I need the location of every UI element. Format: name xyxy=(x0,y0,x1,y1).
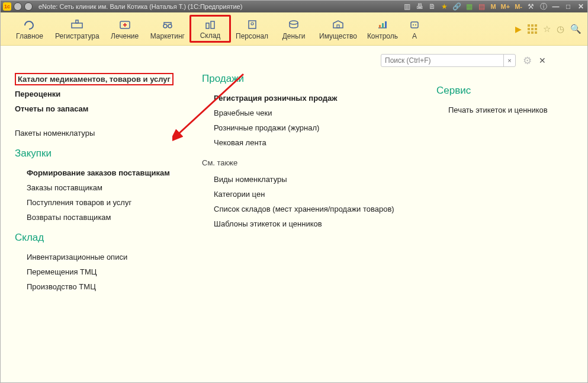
group-see-also: См. также xyxy=(202,158,427,167)
nav-item-goods-production[interactable]: Производство ТМЦ xyxy=(15,280,192,293)
section-label: Персонал xyxy=(236,32,268,40)
nav-item-nomenclature-types[interactable]: Виды номенклатуры xyxy=(202,173,427,186)
link-icon[interactable]: 🔗 xyxy=(452,2,461,11)
svg-rect-1 xyxy=(76,20,78,23)
nav-item-supplier-returns[interactable]: Возвраты поставщикам xyxy=(15,211,192,224)
section-label: Маркетинг xyxy=(150,32,185,40)
section-more[interactable]: А xyxy=(403,15,421,43)
doc-icon[interactable]: 🗎 xyxy=(428,2,436,11)
section-label: Контроль xyxy=(367,32,398,40)
app-icon: 1c xyxy=(3,2,11,11)
assets-icon xyxy=(331,18,345,31)
svg-rect-0 xyxy=(72,23,82,28)
titlebar-tools: ▥ 🖶 🗎 ★ 🔗 ▦ ▤ M M+ M- ⚒ ⓘ — □ ✕ xyxy=(403,2,585,11)
nav-item-warehouse-list[interactable]: Список складов (мест хранения/продажи то… xyxy=(202,203,427,215)
toolbar-right: ▶ ☆ ◷ 🔍 xyxy=(515,15,581,43)
marketing-icon xyxy=(160,18,175,31)
sections: Главное Регистратура Лечение Маркетинг xyxy=(9,15,421,43)
section-control[interactable]: Контроль xyxy=(362,15,403,43)
m-plus-button[interactable]: M+ xyxy=(500,2,511,11)
search-icon[interactable]: 🔍 xyxy=(570,24,581,34)
section-assets[interactable]: Имущество xyxy=(314,15,362,43)
section-warehouse[interactable]: Склад xyxy=(189,15,231,43)
calendar-icon[interactable]: ▤ xyxy=(477,2,486,11)
nav-item-goods-movement[interactable]: Перемещения ТМЦ xyxy=(15,266,192,278)
history-icon[interactable]: ◷ xyxy=(557,24,564,34)
section-label: Деньги xyxy=(282,32,306,40)
medkit-icon xyxy=(118,18,132,31)
svg-rect-6 xyxy=(211,21,214,28)
favorites-icon[interactable]: ☆ xyxy=(543,24,551,34)
section-treatment[interactable]: Лечение xyxy=(104,15,146,43)
group-sales: Продажи xyxy=(202,73,427,85)
nav-item-stock-reports[interactable]: Отчеты по запасам xyxy=(15,103,192,115)
group-purchases: Закупки xyxy=(15,148,192,159)
nav-back-icon[interactable] xyxy=(14,2,22,11)
search-clear-button[interactable]: × xyxy=(503,55,515,66)
svg-rect-5 xyxy=(206,23,209,28)
nav-item-revaluation[interactable]: Переоценки xyxy=(15,88,192,100)
left-column: Каталог медикаментов, товаров и услуг Пе… xyxy=(15,58,192,371)
svg-point-8 xyxy=(251,23,253,25)
minimize-button[interactable]: — xyxy=(551,2,560,11)
nav-item-retail-reg[interactable]: Регистрация розничных продаж xyxy=(202,92,427,104)
m-button[interactable]: M xyxy=(490,2,496,11)
nav-item-supplier-orders[interactable]: Заказы поставщикам xyxy=(15,181,192,194)
nav-item-print-labels[interactable]: Печать этикеток и ценников xyxy=(436,104,573,116)
nav-item-nomenclature-packs[interactable]: Пакеты номенклатуры xyxy=(15,127,192,139)
nav-item-label-templates[interactable]: Шаблоны этикеток и ценников xyxy=(202,218,427,230)
svg-point-9 xyxy=(290,21,298,24)
scroll-right-icon[interactable]: ▶ xyxy=(515,24,522,34)
group-warehouse: Склад xyxy=(15,232,192,244)
preview-icon[interactable]: ▥ xyxy=(403,2,412,11)
svg-point-4 xyxy=(168,24,172,28)
svg-point-16 xyxy=(415,24,416,25)
paperclip-icon xyxy=(23,18,37,31)
svg-rect-12 xyxy=(382,23,384,28)
nav-item-goods-receipt[interactable]: Поступления товаров и услуг xyxy=(15,196,192,209)
section-staff[interactable]: Персонал xyxy=(231,15,273,43)
nav-item-catalog[interactable]: Каталог медикаментов, товаров и услуг xyxy=(15,73,173,85)
nav-item-receipt-tape[interactable]: Чековая лента xyxy=(202,136,427,149)
nav-item-retail-journal[interactable]: Розничные продажи (журнал) xyxy=(202,122,427,134)
section-registry[interactable]: Регистратура xyxy=(50,15,104,43)
app-window: 1c eNote: Сеть клиник им. Вали Котика (Н… xyxy=(0,0,588,383)
apps-grid-icon[interactable] xyxy=(528,24,537,34)
section-label: Имущество xyxy=(319,32,357,40)
section-label: Склад xyxy=(200,31,221,40)
chart-icon xyxy=(375,18,390,31)
tools-icon[interactable]: ⚒ xyxy=(526,2,535,11)
search-input[interactable] xyxy=(381,56,503,65)
right-column: Сервис Печать этикеток и ценников xyxy=(436,58,573,371)
maximize-button[interactable]: □ xyxy=(564,2,573,11)
m-minus-button[interactable]: M- xyxy=(514,2,523,11)
search-bar: × ⚙ ✕ xyxy=(381,54,546,67)
section-label: Главное xyxy=(16,32,43,40)
section-money[interactable]: Деньги xyxy=(273,15,314,43)
section-marketing[interactable]: Маркетинг xyxy=(146,15,189,43)
calc-icon[interactable]: ▦ xyxy=(465,2,474,11)
close-button[interactable]: ✕ xyxy=(576,2,585,11)
print-icon[interactable]: 🖶 xyxy=(415,2,424,11)
search-box[interactable]: × xyxy=(381,54,516,67)
group-service: Сервис xyxy=(436,85,573,97)
info-icon[interactable]: ⓘ xyxy=(539,2,548,11)
section-label: А xyxy=(412,32,417,40)
window-title: eNote: Сеть клиник им. Вали Котика (Ната… xyxy=(38,3,242,10)
favorite-icon[interactable]: ★ xyxy=(440,2,449,11)
nav-item-doctor-checks[interactable]: Врачебные чеки xyxy=(202,107,427,119)
money-icon xyxy=(287,18,301,31)
nav-fwd-icon[interactable] xyxy=(24,2,33,11)
middle-column: Продажи Регистрация розничных продаж Вра… xyxy=(202,58,427,371)
section-main[interactable]: Главное xyxy=(9,15,50,43)
svg-rect-13 xyxy=(385,21,387,28)
content-area: × ⚙ ✕ Каталог медикаментов, товаров и ус… xyxy=(1,46,587,382)
nav-item-inventory-lists[interactable]: Инвентаризационные описи xyxy=(15,251,192,263)
robot-icon xyxy=(409,18,420,31)
nav-item-form-supplier-orders[interactable]: Формирование заказов поставщикам xyxy=(15,167,192,179)
panel-close-icon[interactable]: ✕ xyxy=(539,56,546,65)
svg-rect-14 xyxy=(411,22,418,28)
nav-item-price-categories[interactable]: Категории цен xyxy=(202,188,427,200)
titlebar: 1c eNote: Сеть клиник им. Вали Котика (Н… xyxy=(1,1,587,12)
gear-icon[interactable]: ⚙ xyxy=(523,55,532,67)
